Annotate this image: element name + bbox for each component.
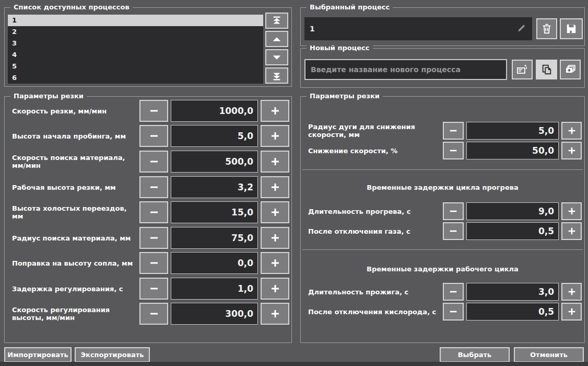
param-row: Скорость регулирования высоты, мм/мин 30… xyxy=(5,303,291,325)
param-value[interactable]: 0,0 xyxy=(171,252,258,274)
minus-icon xyxy=(449,207,458,216)
plus-icon xyxy=(567,226,577,236)
decrement-button[interactable] xyxy=(139,151,168,173)
scroll-to-bottom-button[interactable] xyxy=(265,67,288,84)
param-label: Скорость поиска материала, мм/мин xyxy=(12,154,133,169)
plus-icon xyxy=(270,258,280,268)
param-label: Высота холостых переездов, мм xyxy=(12,204,133,220)
param-value[interactable]: 1,0 xyxy=(171,278,258,300)
list-item[interactable]: 3 xyxy=(8,38,263,49)
plus-icon xyxy=(567,126,577,135)
decrement-button[interactable] xyxy=(139,278,168,300)
increment-button[interactable] xyxy=(261,278,289,300)
list-item[interactable]: 5 xyxy=(8,61,263,72)
decrement-button[interactable] xyxy=(443,222,464,240)
param-row: После отключения кислорода, с 0,5 xyxy=(301,303,584,321)
plus-icon xyxy=(270,131,280,141)
move-up-button[interactable] xyxy=(265,31,288,47)
separator xyxy=(302,249,583,250)
plus-icon xyxy=(270,308,280,319)
plus-icon xyxy=(270,156,280,167)
scroll-to-top-button[interactable] xyxy=(265,13,288,29)
param-value[interactable]: 0,5 xyxy=(466,222,559,240)
decrement-button[interactable] xyxy=(139,125,168,147)
increment-button[interactable] xyxy=(261,201,289,223)
save-process-button[interactable] xyxy=(560,18,583,39)
increment-button[interactable] xyxy=(561,142,582,159)
list-item[interactable]: 2 xyxy=(8,26,263,38)
param-row: Высота начала пробинга, мм 5,0 xyxy=(5,125,291,147)
separator xyxy=(302,169,583,170)
param-row: Длительность прогрева, с 9,0 xyxy=(301,202,584,220)
param-value[interactable]: 9,0 xyxy=(466,202,559,220)
decrement-button[interactable] xyxy=(443,202,464,220)
new-process-icon xyxy=(516,63,528,76)
increment-button[interactable] xyxy=(561,303,582,321)
param-label: Радиус поиска материала, мм xyxy=(12,234,133,242)
param-row: После отключения газа, с 0,5 xyxy=(301,222,584,240)
selected-process-field[interactable]: 1 xyxy=(304,17,532,40)
decrement-button[interactable] xyxy=(139,227,168,249)
export-button[interactable]: Экспортировать xyxy=(75,347,150,362)
decrement-button[interactable] xyxy=(443,122,464,140)
list-item[interactable]: 4 xyxy=(8,49,263,61)
process-list: 1 2 3 4 5 6 xyxy=(8,15,263,84)
delete-process-button[interactable] xyxy=(536,18,557,39)
group-selected-process: Выбранный процесс 1 xyxy=(300,7,585,46)
move-to-bottom-icon xyxy=(271,70,283,82)
increment-button[interactable] xyxy=(261,252,289,274)
move-to-top-icon xyxy=(271,15,283,27)
increment-button[interactable] xyxy=(561,283,582,301)
param-value[interactable]: 3,2 xyxy=(171,176,258,198)
increment-button[interactable] xyxy=(261,176,289,198)
new-process-name-input[interactable] xyxy=(304,59,507,80)
create-process-button[interactable] xyxy=(512,60,533,79)
param-value[interactable]: 500,0 xyxy=(171,151,258,173)
increment-button[interactable] xyxy=(261,100,289,122)
param-value[interactable]: 3,0 xyxy=(466,283,559,301)
increment-button[interactable] xyxy=(561,122,582,140)
param-value[interactable]: 5,0 xyxy=(466,122,559,140)
param-row: Длительность прожига, с 3,0 xyxy=(301,283,584,301)
decrement-button[interactable] xyxy=(443,283,464,301)
cancel-button[interactable]: Отменить xyxy=(514,347,584,362)
add-to-list-button[interactable] xyxy=(560,60,581,79)
param-value[interactable]: 5,0 xyxy=(171,125,258,147)
decrement-button[interactable] xyxy=(443,303,464,321)
increment-button[interactable] xyxy=(261,125,289,147)
decrement-button[interactable] xyxy=(139,100,168,122)
increment-button[interactable] xyxy=(261,227,289,249)
increment-button[interactable] xyxy=(561,202,582,220)
param-value[interactable]: 75,0 xyxy=(171,227,258,249)
param-value[interactable]: 15,0 xyxy=(171,201,258,223)
increment-button[interactable] xyxy=(261,151,289,173)
decrement-button[interactable] xyxy=(139,252,168,274)
param-value[interactable]: 50,0 xyxy=(466,142,559,159)
import-button[interactable]: Импортировать xyxy=(4,347,72,362)
move-down-button[interactable] xyxy=(265,49,288,65)
increment-button[interactable] xyxy=(561,222,582,240)
minus-icon xyxy=(149,182,159,192)
minus-icon xyxy=(149,308,159,319)
plus-icon xyxy=(567,146,577,155)
param-value[interactable]: 0,5 xyxy=(466,303,559,321)
arrow-down-icon xyxy=(271,52,283,63)
save-icon xyxy=(566,23,577,35)
decrement-button[interactable] xyxy=(443,142,464,159)
plus-icon xyxy=(567,287,577,296)
param-row: Скорость резки, мм/мин 1000,0 xyxy=(5,100,291,122)
minus-icon xyxy=(449,226,458,236)
select-button[interactable]: Выбрать xyxy=(440,347,510,362)
decrement-button[interactable] xyxy=(139,201,168,223)
decrement-button[interactable] xyxy=(139,176,168,198)
param-value[interactable]: 300,0 xyxy=(171,303,258,325)
list-item[interactable]: 6 xyxy=(8,72,263,84)
group-title: Параметры резки xyxy=(307,92,383,100)
increment-button[interactable] xyxy=(261,303,289,325)
param-value[interactable]: 1000,0 xyxy=(171,100,258,122)
param-label: Высота начала пробинга, мм xyxy=(12,132,133,140)
list-item[interactable]: 1 xyxy=(8,15,263,26)
decrement-button[interactable] xyxy=(139,303,168,325)
section-heading: Временные задержки цикла прогрева xyxy=(301,184,584,191)
copy-process-button[interactable] xyxy=(536,60,557,79)
